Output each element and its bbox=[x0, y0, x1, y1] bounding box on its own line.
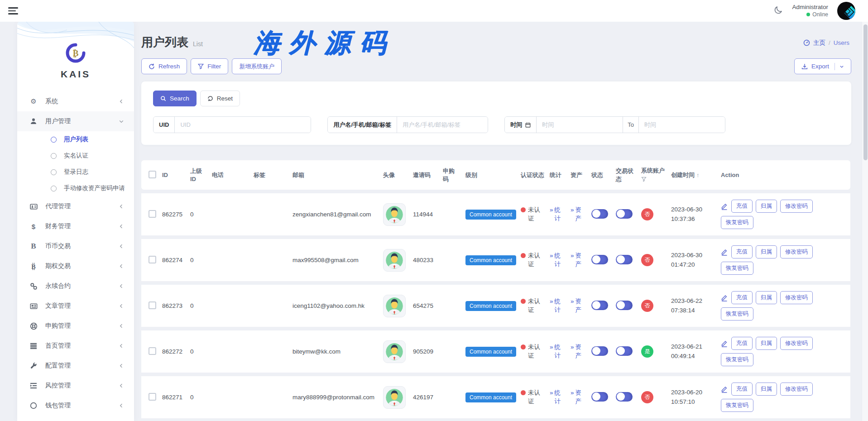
belong-button[interactable]: 归属 bbox=[756, 291, 777, 304]
sidebar-subitem-real-name-auth[interactable]: 实名认证 bbox=[17, 148, 134, 164]
sidebar-subitem-user-list[interactable]: 用户列表 bbox=[17, 131, 134, 148]
status-toggle[interactable] bbox=[591, 346, 608, 356]
col-created-at[interactable]: 创建时间↑ bbox=[668, 160, 718, 190]
status-toggle[interactable] bbox=[591, 255, 608, 264]
dark-mode-toggle[interactable] bbox=[773, 5, 783, 16]
col-system-account[interactable]: 系统账户 bbox=[638, 160, 668, 190]
stats-link[interactable]: »统计 bbox=[550, 252, 561, 269]
trade-status-toggle[interactable] bbox=[616, 209, 633, 219]
life-ring-icon bbox=[29, 322, 38, 330]
sidebar-item-subscription-management[interactable]: 申购管理 bbox=[17, 316, 134, 336]
sidebar-item-wallet-management[interactable]: 钱包管理 bbox=[17, 396, 134, 416]
sidebar-item-finance-management[interactable]: $ 财务管理 bbox=[17, 216, 134, 236]
recharge-button[interactable]: 充值 bbox=[731, 200, 753, 213]
change-password-button[interactable]: 修改密码 bbox=[780, 337, 813, 350]
time-filter-group: 时间 To bbox=[504, 116, 725, 133]
uid-input[interactable] bbox=[175, 117, 311, 133]
sidebar-item-system[interactable]: ⚙ 系统 bbox=[17, 91, 134, 111]
trade-status-toggle[interactable] bbox=[616, 301, 633, 310]
assets-link[interactable]: »资产 bbox=[571, 389, 582, 406]
main-content: 海外源码 用户列表List 主页 / Users Refresh bbox=[141, 22, 851, 421]
sidebar-item-risk-management[interactable]: 风控管理 bbox=[17, 376, 134, 396]
row-checkbox[interactable] bbox=[149, 301, 156, 309]
time-from-input[interactable] bbox=[537, 117, 623, 133]
restore-password-button[interactable]: 恢复密码 bbox=[721, 307, 753, 321]
avatar[interactable] bbox=[837, 2, 855, 20]
sidebar-item-agent-management[interactable]: 代理管理 bbox=[17, 196, 134, 216]
cell-action: 充值 归属 修改密码 恢复密码 bbox=[718, 285, 850, 327]
restore-password-button[interactable]: 恢复密码 bbox=[721, 353, 753, 366]
sidebar-item-user-management[interactable]: 用户管理 bbox=[17, 111, 134, 131]
page-title: 用户列表 bbox=[141, 35, 188, 49]
change-password-button[interactable]: 修改密码 bbox=[780, 200, 813, 213]
edit-icon[interactable] bbox=[721, 340, 728, 347]
trade-status-toggle[interactable] bbox=[616, 346, 633, 356]
filter-button[interactable]: Filter bbox=[191, 58, 228, 74]
restore-password-button[interactable]: 恢复密码 bbox=[721, 216, 753, 229]
system-account-badge: 否 bbox=[641, 254, 653, 266]
belong-button[interactable]: 归属 bbox=[756, 383, 777, 396]
download-icon bbox=[801, 63, 808, 70]
status-toggle[interactable] bbox=[591, 209, 608, 219]
sidebar-subitem-login-log[interactable]: 登录日志 bbox=[17, 164, 134, 180]
add-system-account-button[interactable]: 新增系统账户 bbox=[232, 58, 282, 74]
sidebar-subitem-manual-asset-password[interactable]: 手动修改资产密码申请 bbox=[17, 180, 134, 196]
breadcrumb-home-link[interactable]: 主页 bbox=[813, 39, 825, 47]
row-checkbox[interactable] bbox=[149, 210, 156, 218]
status-toggle[interactable] bbox=[591, 392, 608, 402]
cell-avatar bbox=[380, 376, 410, 418]
change-password-button[interactable]: 修改密码 bbox=[780, 383, 813, 396]
change-password-button[interactable]: 修改密码 bbox=[780, 245, 813, 258]
belong-button[interactable]: 归属 bbox=[756, 337, 777, 350]
stats-link[interactable]: »统计 bbox=[550, 343, 561, 360]
time-to-input[interactable] bbox=[639, 117, 725, 133]
refresh-button[interactable]: Refresh bbox=[141, 58, 187, 74]
recharge-button[interactable]: 充值 bbox=[731, 291, 753, 304]
row-checkbox[interactable] bbox=[149, 256, 156, 263]
restore-password-button[interactable]: 恢复密码 bbox=[721, 262, 753, 275]
edit-icon[interactable] bbox=[721, 385, 728, 393]
search-button[interactable]: Search bbox=[153, 91, 197, 106]
change-password-button[interactable]: 修改密码 bbox=[780, 291, 813, 304]
keyword-input[interactable] bbox=[397, 117, 488, 133]
stats-link[interactable]: »统计 bbox=[550, 389, 561, 406]
edit-icon[interactable] bbox=[721, 248, 728, 256]
recharge-button[interactable]: 充值 bbox=[731, 337, 753, 350]
cell-phone bbox=[209, 376, 251, 418]
sidebar-item-spot-trading[interactable]: B 币币交易 bbox=[17, 236, 134, 256]
vertical-scrollbar[interactable] bbox=[862, 22, 868, 421]
assets-link[interactable]: »资产 bbox=[571, 252, 582, 269]
edit-icon[interactable] bbox=[721, 202, 728, 210]
row-checkbox[interactable] bbox=[149, 347, 156, 355]
bullet-circle-icon bbox=[51, 169, 57, 175]
cell-email: zengxianchen81@gmail.com bbox=[290, 193, 380, 235]
trade-status-toggle[interactable] bbox=[616, 392, 633, 402]
edit-icon[interactable] bbox=[721, 294, 728, 301]
assets-link[interactable]: »资产 bbox=[571, 343, 582, 360]
sidebar-item-perpetual-contract[interactable]: 永续合约 bbox=[17, 276, 134, 296]
assets-link[interactable]: »资产 bbox=[571, 297, 582, 315]
restore-password-button[interactable]: 恢复密码 bbox=[721, 399, 753, 412]
stats-link[interactable]: »统计 bbox=[550, 297, 561, 315]
hamburger-menu-icon[interactable] bbox=[8, 7, 18, 14]
sidebar-item-homepage-management[interactable]: 首页管理 bbox=[17, 336, 134, 356]
row-checkbox[interactable] bbox=[149, 393, 156, 401]
stats-link[interactable]: »统计 bbox=[550, 206, 561, 223]
belong-button[interactable]: 归属 bbox=[756, 245, 777, 258]
sidebar-item-options-trading[interactable]: B 期权交易 bbox=[17, 256, 134, 276]
belong-button[interactable]: 归属 bbox=[756, 200, 777, 213]
sidebar-item-config-management[interactable]: 配置管理 bbox=[17, 356, 134, 376]
column-filter-icon[interactable] bbox=[641, 177, 666, 183]
cell-purchase-code bbox=[440, 239, 463, 281]
scrollbar-thumb[interactable] bbox=[863, 24, 868, 160]
cell-tag bbox=[251, 376, 290, 418]
assets-link[interactable]: »资产 bbox=[571, 206, 582, 223]
reset-button[interactable]: Reset bbox=[200, 91, 240, 106]
recharge-button[interactable]: 充值 bbox=[731, 383, 753, 396]
sidebar-item-article-management[interactable]: 文章管理 bbox=[17, 296, 134, 316]
recharge-button[interactable]: 充值 bbox=[731, 245, 753, 258]
trade-status-toggle[interactable] bbox=[616, 255, 633, 264]
status-toggle[interactable] bbox=[591, 301, 608, 310]
export-button[interactable]: Export bbox=[794, 58, 851, 74]
select-all-checkbox[interactable] bbox=[149, 171, 156, 178]
